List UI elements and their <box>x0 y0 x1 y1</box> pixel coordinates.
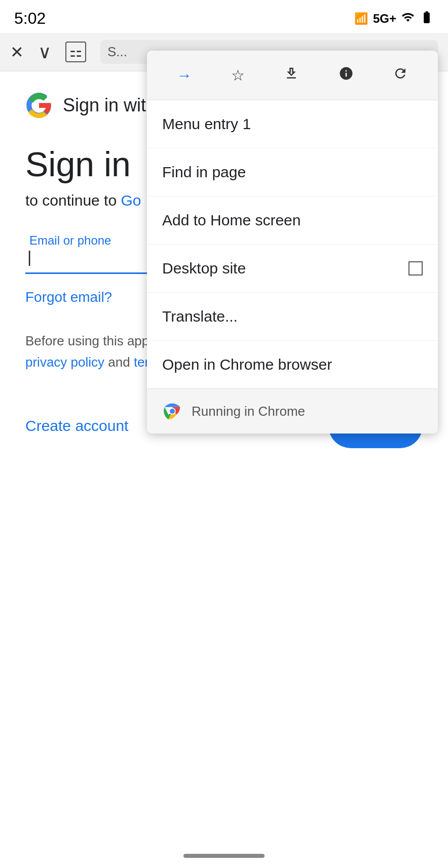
forward-icon[interactable]: → <box>173 63 196 88</box>
menu-item-home-screen[interactable]: Add to Home screen <box>147 196 438 245</box>
menu-item-open-chrome[interactable]: Open in Chrome browser <box>147 341 438 388</box>
close-icon[interactable]: ✕ <box>10 43 24 62</box>
menu-item-find[interactable]: Find in page <box>147 148 438 196</box>
context-menu: → ☆ Menu entry 1 Find in page Add to Hom… <box>147 51 438 433</box>
menu-item-entry1[interactable]: Menu entry 1 <box>147 100 438 148</box>
menu-item-label: Find in page <box>162 164 246 181</box>
privacy-policy-link[interactable]: privacy policy <box>25 354 104 370</box>
subtitle-prefix: to continue to <box>25 192 121 209</box>
status-time: 5:02 <box>14 9 46 28</box>
menu-footer: Running in Chrome <box>147 388 438 433</box>
dropdown-icon[interactable]: ∨ <box>38 42 51 63</box>
privacy-mid: and <box>104 354 134 370</box>
svg-point-2 <box>170 409 175 414</box>
desktop-site-checkbox[interactable] <box>408 261 423 275</box>
google-logo <box>25 92 53 119</box>
menu-item-label: Open in Chrome browser <box>162 356 332 373</box>
menu-item-label: Desktop site <box>162 260 246 277</box>
wifi-icon: 📶 <box>354 12 368 25</box>
running-in-chrome-text: Running in Chrome <box>192 404 305 419</box>
menu-item-desktop[interactable]: Desktop site <box>147 245 438 293</box>
chrome-logo <box>162 401 182 421</box>
download-icon[interactable] <box>280 62 303 89</box>
info-icon[interactable] <box>334 62 358 89</box>
create-account-button[interactable]: Create account <box>25 417 128 435</box>
menu-item-label: Translate... <box>162 308 238 325</box>
status-bar: 5:02 📶 5G+ <box>0 0 448 33</box>
battery-icon <box>420 10 434 27</box>
5g-icon: 5G+ <box>373 12 396 26</box>
status-icons: 📶 5G+ <box>354 10 434 27</box>
menu-item-label: Menu entry 1 <box>162 115 251 133</box>
signal-icon <box>401 11 415 27</box>
subtitle-link[interactable]: Go <box>121 192 141 209</box>
bookmark-icon[interactable]: ☆ <box>227 62 249 88</box>
email-label: Email or phone <box>27 233 113 248</box>
home-indicator <box>183 854 265 858</box>
menu-item-label: Add to Home screen <box>162 212 301 229</box>
refresh-icon[interactable] <box>389 62 412 89</box>
tabs-icon[interactable]: ⚏ <box>65 42 86 62</box>
menu-top-bar: → ☆ <box>147 51 438 100</box>
menu-item-translate[interactable]: Translate... <box>147 293 438 341</box>
